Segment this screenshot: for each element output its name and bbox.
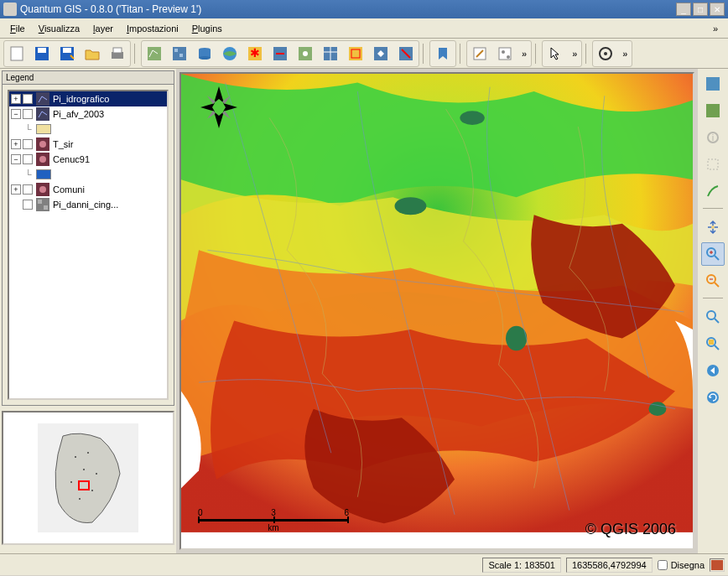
toolbar-more-icon[interactable]: » bbox=[518, 49, 530, 59]
open-project-button[interactable] bbox=[81, 42, 104, 65]
remove-layer-button[interactable] bbox=[268, 42, 292, 65]
layer-checkbox[interactable] bbox=[23, 109, 33, 119]
menu-file[interactable]: File bbox=[3, 21, 32, 36]
toolbar-more-icon[interactable]: » bbox=[569, 49, 580, 59]
expand-icon[interactable]: − bbox=[11, 154, 21, 164]
svg-rect-45 bbox=[44, 205, 48, 210]
expand-icon[interactable]: + bbox=[11, 184, 21, 195]
svg-text:i: i bbox=[712, 132, 714, 143]
save-as-button[interactable] bbox=[55, 42, 79, 65]
layer-vector-icon bbox=[36, 107, 49, 121]
measure-button[interactable] bbox=[701, 179, 725, 203]
new-project-button[interactable] bbox=[5, 42, 29, 65]
zoom-previous-button[interactable] bbox=[701, 359, 725, 382]
svg-rect-59 bbox=[706, 77, 720, 91]
map-canvas[interactable]: 0 3 6 km © QGIS 2006 bbox=[179, 72, 694, 550]
show-all-button[interactable] bbox=[369, 42, 393, 65]
svg-line-75 bbox=[715, 345, 719, 350]
menu-impostazioni[interactable]: Impostazioni bbox=[120, 21, 185, 36]
add-raster-button[interactable] bbox=[168, 42, 191, 65]
expand-icon[interactable]: + bbox=[11, 94, 21, 104]
refresh-button[interactable] bbox=[701, 386, 725, 409]
add-vector-button[interactable] bbox=[143, 42, 166, 65]
expand-icon[interactable]: − bbox=[11, 109, 21, 119]
layer-symbol bbox=[36, 169, 51, 179]
close-button[interactable]: ✕ bbox=[710, 3, 725, 16]
layer-checkbox[interactable] bbox=[23, 94, 33, 104]
print-button[interactable] bbox=[106, 42, 129, 65]
scalebar-unit: km bbox=[198, 523, 349, 532]
save-button[interactable] bbox=[30, 42, 54, 65]
hide-all-button[interactable] bbox=[394, 42, 418, 65]
add-wms-button[interactable] bbox=[218, 42, 242, 65]
zoom-in-button[interactable] bbox=[701, 242, 725, 266]
menu-plugins[interactable]: Plugins bbox=[185, 21, 229, 36]
scale-display: Scale 1: 183501 bbox=[482, 558, 561, 573]
layer-item[interactable]: + Comuni bbox=[9, 182, 167, 197]
menu-visualizza[interactable]: Visualizza bbox=[32, 21, 86, 36]
layer-label: Comuni bbox=[53, 184, 85, 195]
titlebar: Quantum GIS - 0.8.0 ('Titan - Preview 1'… bbox=[0, 0, 728, 18]
layer-checkbox[interactable] bbox=[23, 200, 33, 210]
layer-item[interactable]: + T_sir bbox=[9, 137, 167, 152]
layer-shortcut-button[interactable] bbox=[701, 99, 725, 122]
svg-point-52 bbox=[79, 498, 81, 500]
svg-point-38 bbox=[39, 141, 46, 148]
svg-point-50 bbox=[70, 481, 72, 483]
render-checkbox[interactable] bbox=[658, 560, 668, 570]
svg-rect-76 bbox=[709, 340, 714, 345]
svg-rect-24 bbox=[349, 47, 362, 60]
zoom-out-button[interactable] bbox=[701, 269, 725, 293]
minimize-button[interactable]: _ bbox=[676, 3, 691, 16]
zoom-layer-button[interactable] bbox=[701, 332, 725, 355]
toolbar-separator bbox=[460, 44, 463, 64]
identify-button[interactable]: i bbox=[701, 126, 725, 149]
attribute-table-button[interactable] bbox=[319, 42, 342, 65]
zoom-full-button[interactable] bbox=[701, 305, 725, 329]
svg-point-42 bbox=[39, 186, 46, 193]
layer-checkbox[interactable] bbox=[23, 139, 33, 149]
svg-point-20 bbox=[303, 51, 308, 56]
layer-label: Pi_afv_2003 bbox=[53, 109, 104, 119]
menu-expand-icon[interactable]: » bbox=[706, 21, 725, 36]
menu-layer[interactable]: layer bbox=[86, 21, 120, 36]
svg-rect-63 bbox=[708, 159, 718, 169]
svg-line-70 bbox=[715, 283, 719, 287]
layer-checkbox[interactable] bbox=[23, 154, 33, 164]
scalebar: 0 3 6 km bbox=[198, 508, 349, 533]
render-toggle[interactable]: Disegna bbox=[658, 560, 705, 570]
add-database-button[interactable] bbox=[193, 42, 216, 65]
pointer-button[interactable] bbox=[543, 42, 567, 65]
toolbar-more-icon[interactable]: » bbox=[619, 49, 631, 59]
pan-button[interactable] bbox=[701, 215, 725, 239]
layer-item[interactable]: + Pi_idrografico bbox=[9, 91, 167, 106]
maximize-button[interactable]: □ bbox=[693, 3, 708, 16]
toolbar-separator bbox=[703, 208, 723, 210]
svg-point-47 bbox=[87, 452, 89, 454]
expand-icon[interactable]: + bbox=[11, 139, 21, 149]
settings-button[interactable] bbox=[594, 42, 617, 65]
layer-checkbox[interactable] bbox=[23, 184, 33, 195]
edit-button[interactable] bbox=[468, 42, 491, 65]
svg-rect-10 bbox=[179, 54, 183, 57]
svg-point-34 bbox=[604, 52, 607, 55]
layer-properties-button[interactable] bbox=[294, 42, 317, 65]
bookmarks-button[interactable] bbox=[431, 42, 455, 65]
select-button[interactable] bbox=[701, 153, 725, 176]
layer-tree[interactable]: + Pi_idrografico − Pi_afv_2003 └ + bbox=[8, 90, 169, 400]
digitize-button[interactable] bbox=[493, 42, 517, 65]
layer-label: Pi_idrografico bbox=[53, 94, 109, 104]
projection-status-icon[interactable] bbox=[710, 558, 725, 572]
toolbar-separator bbox=[703, 298, 723, 300]
new-layer-button[interactable]: ✱ bbox=[243, 42, 267, 65]
north-arrow bbox=[198, 82, 240, 132]
window-controls: _ □ ✕ bbox=[676, 3, 725, 16]
layer-item[interactable]: − Pi_afv_2003 bbox=[9, 106, 167, 122]
layer-vector-icon bbox=[36, 92, 49, 106]
layer-item[interactable]: − Cenuc91 bbox=[9, 152, 167, 167]
overview-map bbox=[38, 423, 138, 532]
overview-button[interactable] bbox=[344, 42, 367, 65]
layer-item[interactable]: Pi_danni_cing... bbox=[9, 197, 167, 212]
overview-map-panel[interactable] bbox=[2, 411, 174, 545]
layer-shortcut-button[interactable] bbox=[701, 72, 725, 96]
